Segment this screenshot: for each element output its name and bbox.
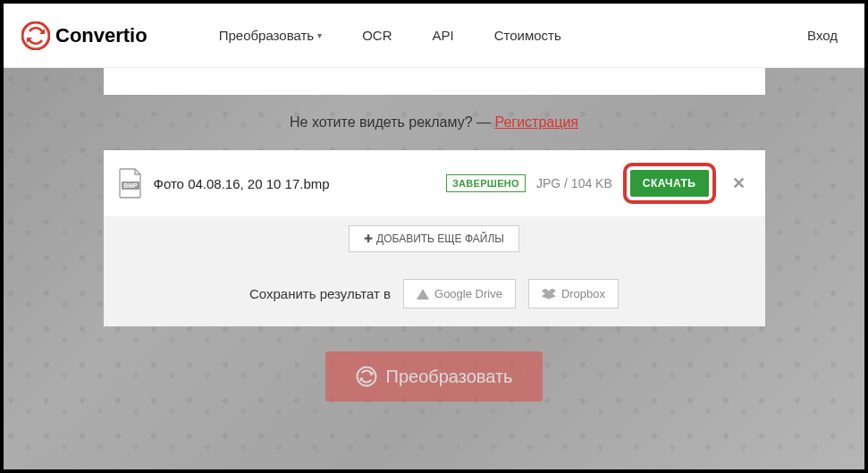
dropbox-button[interactable]: Dropbox — [528, 279, 619, 308]
file-row: BMP Фото 04.08.16, 20 10 17.bmp ЗАВЕРШЕН… — [104, 150, 765, 216]
main-nav: Преобразовать ▾ OCR API Стоимость — [219, 28, 561, 43]
file-panel: BMP Фото 04.08.16, 20 10 17.bmp ЗАВЕРШЕН… — [104, 150, 765, 326]
download-highlight: СКАЧАТЬ — [623, 163, 716, 204]
convert-section: Преобразовать — [104, 326, 765, 427]
status-badge: ЗАВЕРШЕНО — [446, 174, 526, 192]
add-more-button[interactable]: ✚ ДОБАВИТЬ ЕЩЕ ФАЙЛЫ — [349, 225, 519, 252]
save-result-row: Сохранить результат в Google Drive Dropb… — [104, 261, 765, 326]
file-type-icon: BMP — [118, 168, 143, 198]
google-drive-label: Google Drive — [434, 287, 502, 300]
convert-label: Преобразовать — [386, 367, 513, 387]
add-more-label: ДОБАВИТЬ ЕЩЕ ФАЙЛЫ — [376, 232, 504, 245]
nav-ocr[interactable]: OCR — [362, 28, 392, 43]
top-white-strip — [104, 68, 765, 95]
google-drive-icon — [417, 289, 429, 300]
logo[interactable]: Convertio — [21, 21, 147, 50]
remove-file-button[interactable]: ✕ — [727, 173, 751, 193]
file-name: Фото 04.08.16, 20 10 17.bmp — [154, 176, 330, 191]
dropbox-label: Dropbox — [561, 287, 605, 300]
chevron-down-icon: ▾ — [317, 30, 322, 40]
no-ads-prompt: Не хотите видеть рекламу? — Регистрация — [104, 95, 765, 150]
nav-convert-label: Преобразовать — [219, 28, 314, 43]
header: Convertio Преобразовать ▾ OCR API Стоимо… — [4, 4, 864, 68]
logo-icon — [21, 21, 50, 50]
convert-icon — [356, 366, 377, 387]
nav-api[interactable]: API — [433, 28, 454, 43]
google-drive-button[interactable]: Google Drive — [403, 279, 516, 308]
file-meta: JPG / 104 KB — [536, 176, 612, 190]
login-link[interactable]: Вход — [807, 28, 838, 43]
svg-point-0 — [22, 22, 49, 49]
add-more-row: ✚ ДОБАВИТЬ ЕЩЕ ФАЙЛЫ — [104, 216, 765, 261]
svg-text:BMP: BMP — [123, 182, 138, 189]
no-ads-text: Не хотите видеть рекламу? — — [290, 114, 494, 130]
brand-name: Convertio — [55, 24, 147, 47]
nav-pricing[interactable]: Стоимость — [494, 28, 561, 43]
nav-convert[interactable]: Преобразовать ▾ — [219, 28, 322, 43]
content-area: Не хотите видеть рекламу? — Регистрация … — [4, 68, 864, 469]
register-link[interactable]: Регистрация — [494, 114, 578, 130]
plus-icon: ✚ — [364, 232, 373, 245]
download-button[interactable]: СКАЧАТЬ — [630, 170, 709, 197]
dropbox-icon — [542, 289, 556, 300]
save-result-label: Сохранить результат в — [249, 286, 391, 301]
convert-button[interactable]: Преобразовать — [325, 351, 544, 401]
